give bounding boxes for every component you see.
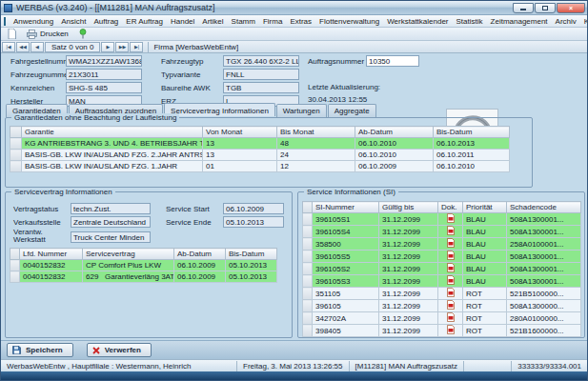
pdf-icon[interactable] [447, 226, 455, 235]
col-ab-datum[interactable]: Ab-Datum [355, 127, 434, 138]
pdf-icon[interactable] [447, 263, 455, 272]
servicevertrag-row[interactable]: 0040152832 CP Comfort Plus LKW 06.10.200… [10, 260, 277, 271]
col-gueltig-bis[interactable]: Gültig bis [379, 202, 438, 213]
si-row[interactable]: 398405 31.12.2099 ROT 521B1600000... [303, 325, 581, 337]
tab-servicevertrag-informationen[interactable]: Servicevertrag Informationen [164, 103, 275, 116]
si-row[interactable]: 396105S4 31.12.2099 BLAU 508A1300001... [303, 226, 581, 238]
auftragsnummer-input[interactable] [366, 55, 419, 67]
servicevertrag-row[interactable]: 0040152832 629 Garantieverläng 3ATG/4...… [10, 271, 277, 283]
action-buttons-bar: Speichern Verwerfen [1, 340, 587, 359]
col-bis-monat[interactable]: Bis Monat [277, 127, 355, 138]
row-selector[interactable] [303, 238, 313, 251]
record-next-button[interactable]: ▶ [101, 42, 114, 52]
menu-artikel[interactable]: Artikel [198, 16, 227, 27]
pdf-icon[interactable] [447, 275, 455, 285]
menu-werkstattkalender[interactable]: Werkstattkalender [383, 16, 452, 27]
row-selector[interactable] [10, 161, 22, 172]
row-selector[interactable] [303, 300, 313, 312]
record-prev-button[interactable]: ◀ [30, 42, 44, 52]
si-row[interactable]: 351105 31.12.2099 ROT 521B5100000... [303, 288, 581, 300]
si-row[interactable]: 396105 31.12.2099 ROT 508A1300000... [303, 300, 581, 312]
record-fast-prev-button[interactable]: ◀◀ [16, 42, 30, 52]
garantiedaten-groupbox: Garantiedaten ohne Beachtung der Lauflei… [5, 117, 533, 188]
garantie-row[interactable]: BASIS-GB. LKW IN/AUSLAND FZG. 2.JAHR ANT… [10, 150, 510, 161]
pdf-icon[interactable] [447, 251, 455, 260]
row-selector[interactable] [10, 260, 20, 271]
menu-auftrag[interactable]: Auftrag [91, 16, 123, 27]
pdf-icon[interactable] [447, 238, 455, 248]
si-row[interactable]: 358500 31.12.2099 BLAU 258A0100001... [303, 238, 581, 251]
tab-wartungen[interactable]: Wartungen [276, 104, 327, 117]
menu-flottenverwaltung[interactable]: Flottenverwaltung [315, 16, 383, 27]
menu-kis[interactable]: Kis [580, 16, 588, 27]
pdf-icon[interactable] [447, 288, 455, 297]
row-selector[interactable] [303, 288, 313, 300]
record-fast-next-button[interactable]: ▶▶ [115, 42, 129, 52]
col-bis-datum[interactable]: Bis-Datum [434, 127, 510, 138]
fahrzeugnummer-field: 21X3011 [66, 69, 142, 80]
menu-ansicht[interactable]: Ansicht [57, 16, 90, 27]
col-schadencode[interactable]: Schadencode [507, 202, 581, 213]
pdf-icon[interactable] [447, 312, 455, 322]
restore-button[interactable] [535, 3, 556, 13]
row-selector[interactable] [10, 138, 22, 150]
menu-stamm[interactable]: Stamm [228, 16, 259, 27]
row-selector[interactable] [303, 312, 313, 325]
save-button[interactable]: Speichern [7, 343, 73, 357]
pdf-icon[interactable] [447, 300, 455, 310]
col-garantie[interactable]: Garantie [22, 127, 203, 138]
col-ab-datum[interactable]: Ab-Datum [174, 249, 226, 260]
garantie-row[interactable]: KG ANTRIEBSTRANG 3. UND 4. BETRIEBSJAHR … [10, 138, 510, 150]
si-row[interactable]: 396105S1 31.12.2099 BLAU 508A1300001... [303, 213, 581, 226]
si-row[interactable]: 396105S3 31.12.2099 BLAU 508A1300001... [303, 275, 581, 288]
col-prioritaet[interactable]: Priorität [463, 202, 507, 213]
menu-handel[interactable]: Handel [167, 16, 198, 27]
row-selector[interactable] [10, 150, 22, 161]
pdf-icon[interactable] [447, 213, 455, 223]
record-first-button[interactable]: |◀ [2, 42, 15, 52]
cell-prioritaet: ROT [463, 312, 507, 325]
menu-er-auftrag[interactable]: ER Auftrag [122, 16, 167, 27]
col-bis-datum[interactable]: Bis-Datum [226, 249, 277, 260]
si-row[interactable]: 342702A 31.12.2099 ROT 280A0100000... [303, 312, 581, 325]
si-row[interactable]: 396105S2 31.12.2099 BLAU 508A1300001... [303, 263, 581, 275]
col-lfd-nummer[interactable]: Lfd. Nummer [20, 249, 83, 260]
cell-dok [438, 263, 463, 275]
menu-anwendung[interactable]: Anwendung [10, 16, 57, 27]
row-selector[interactable] [303, 263, 313, 275]
discard-button[interactable]: Verwerfen [87, 343, 152, 357]
col-si-nummer[interactable]: SI-Nummer [313, 202, 379, 213]
garantie-row[interactable]: BASIS-GB. LKW IN/AUSLAND FZG. 1.JAHR 01 … [10, 161, 510, 172]
fahrzeugnummer-label: Fahrzeugnummer [10, 70, 71, 79]
row-selector[interactable] [10, 271, 20, 283]
cell-dok [438, 288, 463, 300]
cell-gueltig-bis: 31.12.2099 [379, 288, 438, 300]
cell-si-nummer: 342702A [313, 312, 379, 325]
menu-firma[interactable]: Firma [259, 16, 286, 27]
tab-aggregate[interactable]: Aggregate [328, 104, 376, 117]
new-document-button[interactable] [4, 27, 20, 41]
col-servicevertrag[interactable]: Servicevertrag [83, 249, 174, 260]
close-button[interactable]: × [557, 3, 585, 13]
garantiedaten-group-title: Garantiedaten ohne Beachtung der Lauflei… [11, 113, 179, 122]
minimize-button[interactable] [513, 3, 534, 13]
col-von-monat[interactable]: Von Monat [203, 127, 277, 138]
menu-extras[interactable]: Extras [286, 16, 315, 27]
status-lamp-button[interactable] [75, 27, 91, 41]
row-selector[interactable] [303, 213, 313, 226]
record-last-button[interactable]: ▶| [130, 42, 143, 52]
row-selector[interactable] [303, 251, 313, 263]
col-dok[interactable]: Dok. [438, 202, 463, 213]
cell-von-monat: 01 [203, 161, 277, 172]
menu-archiv[interactable]: Archiv [552, 16, 580, 27]
menu-zeitmanagement[interactable]: Zeitmanagement [487, 16, 552, 27]
print-button[interactable]: Drucken [23, 28, 72, 41]
si-header-row: SI-Nummer Gültig bis Dok. Priorität Scha… [303, 202, 581, 213]
row-selector[interactable] [303, 226, 313, 238]
row-selector[interactable] [303, 275, 313, 288]
si-row[interactable]: 396105S5 31.12.2099 BLAU 508A1300001... [303, 251, 581, 263]
pdf-icon[interactable] [447, 325, 455, 334]
menu-statistik[interactable]: Statistik [453, 16, 487, 27]
row-selector[interactable] [303, 325, 313, 337]
cell-gueltig-bis: 31.12.2099 [379, 251, 438, 263]
